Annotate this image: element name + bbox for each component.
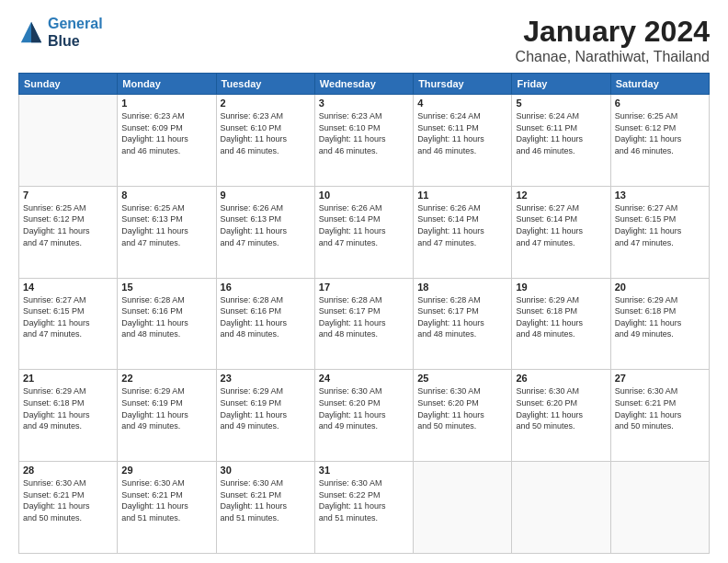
day-number: 15 — [121, 282, 211, 293]
day-info: Sunrise: 6:29 AM Sunset: 6:18 PM Dayligh… — [615, 294, 705, 340]
calendar-header-row: SundayMondayTuesdayWednesdayThursdayFrid… — [19, 74, 710, 95]
day-info: Sunrise: 6:24 AM Sunset: 6:11 PM Dayligh… — [417, 110, 507, 156]
day-info: Sunrise: 6:26 AM Sunset: 6:14 PM Dayligh… — [417, 202, 507, 248]
calendar-week-0: 1Sunrise: 6:23 AM Sunset: 6:09 PM Daylig… — [19, 95, 710, 187]
day-number: 21 — [23, 373, 113, 384]
day-info: Sunrise: 6:28 AM Sunset: 6:16 PM Dayligh… — [221, 294, 311, 340]
sub-title: Chanae, Narathiwat, Thailand — [516, 49, 710, 65]
calendar-cell — [414, 462, 512, 554]
day-info: Sunrise: 6:30 AM Sunset: 6:20 PM Dayligh… — [417, 385, 507, 431]
day-number: 22 — [121, 373, 211, 384]
day-info: Sunrise: 6:26 AM Sunset: 6:14 PM Dayligh… — [319, 202, 409, 248]
calendar-cell: 21Sunrise: 6:29 AM Sunset: 6:18 PM Dayli… — [19, 370, 118, 462]
day-number: 25 — [417, 373, 507, 384]
day-number: 28 — [23, 465, 113, 476]
day-number: 19 — [516, 282, 606, 293]
header: General Blue January 2024 Chanae, Narath… — [18, 15, 710, 65]
day-number: 9 — [221, 190, 311, 201]
day-info: Sunrise: 6:29 AM Sunset: 6:19 PM Dayligh… — [121, 385, 211, 431]
calendar-cell: 10Sunrise: 6:26 AM Sunset: 6:14 PM Dayli… — [314, 186, 413, 278]
calendar-header-tuesday: Tuesday — [216, 74, 314, 95]
calendar-header-saturday: Saturday — [610, 74, 709, 95]
logo-text: General Blue — [48, 15, 103, 50]
calendar-cell: 15Sunrise: 6:28 AM Sunset: 6:16 PM Dayli… — [118, 278, 216, 370]
day-number: 1 — [121, 98, 211, 109]
day-info: Sunrise: 6:27 AM Sunset: 6:14 PM Dayligh… — [516, 202, 606, 248]
calendar-cell: 9Sunrise: 6:26 AM Sunset: 6:13 PM Daylig… — [216, 186, 314, 278]
day-info: Sunrise: 6:23 AM Sunset: 6:10 PM Dayligh… — [221, 110, 311, 156]
calendar-table: SundayMondayTuesdayWednesdayThursdayFrid… — [18, 73, 710, 554]
calendar-header-monday: Monday — [118, 74, 216, 95]
day-number: 27 — [615, 373, 705, 384]
calendar-cell — [512, 462, 610, 554]
day-info: Sunrise: 6:30 AM Sunset: 6:22 PM Dayligh… — [319, 477, 409, 523]
calendar-cell — [19, 95, 118, 187]
day-info: Sunrise: 6:28 AM Sunset: 6:16 PM Dayligh… — [121, 294, 211, 340]
title-block: January 2024 Chanae, Narathiwat, Thailan… — [516, 15, 710, 65]
day-info: Sunrise: 6:30 AM Sunset: 6:20 PM Dayligh… — [319, 385, 409, 431]
calendar-cell: 5Sunrise: 6:24 AM Sunset: 6:11 PM Daylig… — [512, 95, 610, 187]
calendar-cell: 3Sunrise: 6:23 AM Sunset: 6:10 PM Daylig… — [314, 95, 413, 187]
logo-icon — [18, 19, 44, 45]
day-number: 13 — [615, 190, 705, 201]
day-info: Sunrise: 6:30 AM Sunset: 6:21 PM Dayligh… — [121, 477, 211, 523]
calendar-cell: 7Sunrise: 6:25 AM Sunset: 6:12 PM Daylig… — [19, 186, 118, 278]
day-number: 3 — [319, 98, 409, 109]
calendar-cell: 4Sunrise: 6:24 AM Sunset: 6:11 PM Daylig… — [414, 95, 512, 187]
day-number: 30 — [221, 465, 311, 476]
main-title: January 2024 — [516, 15, 710, 49]
calendar-cell: 31Sunrise: 6:30 AM Sunset: 6:22 PM Dayli… — [314, 462, 413, 554]
day-number: 2 — [221, 98, 311, 109]
day-number: 14 — [23, 282, 113, 293]
calendar-cell: 14Sunrise: 6:27 AM Sunset: 6:15 PM Dayli… — [19, 278, 118, 370]
calendar-cell: 20Sunrise: 6:29 AM Sunset: 6:18 PM Dayli… — [610, 278, 709, 370]
calendar-cell: 19Sunrise: 6:29 AM Sunset: 6:18 PM Dayli… — [512, 278, 610, 370]
calendar-cell: 8Sunrise: 6:25 AM Sunset: 6:13 PM Daylig… — [118, 186, 216, 278]
calendar-week-4: 28Sunrise: 6:30 AM Sunset: 6:21 PM Dayli… — [19, 462, 710, 554]
day-number: 31 — [319, 465, 409, 476]
day-number: 6 — [615, 98, 705, 109]
calendar-cell: 22Sunrise: 6:29 AM Sunset: 6:19 PM Dayli… — [118, 370, 216, 462]
calendar-cell: 24Sunrise: 6:30 AM Sunset: 6:20 PM Dayli… — [314, 370, 413, 462]
day-info: Sunrise: 6:27 AM Sunset: 6:15 PM Dayligh… — [615, 202, 705, 248]
calendar-cell: 18Sunrise: 6:28 AM Sunset: 6:17 PM Dayli… — [414, 278, 512, 370]
calendar-cell: 29Sunrise: 6:30 AM Sunset: 6:21 PM Dayli… — [118, 462, 216, 554]
calendar-cell: 11Sunrise: 6:26 AM Sunset: 6:14 PM Dayli… — [414, 186, 512, 278]
day-info: Sunrise: 6:25 AM Sunset: 6:12 PM Dayligh… — [615, 110, 705, 156]
day-number: 17 — [319, 282, 409, 293]
day-number: 24 — [319, 373, 409, 384]
calendar-week-3: 21Sunrise: 6:29 AM Sunset: 6:18 PM Dayli… — [19, 370, 710, 462]
calendar-week-2: 14Sunrise: 6:27 AM Sunset: 6:15 PM Dayli… — [19, 278, 710, 370]
calendar-header-thursday: Thursday — [414, 74, 512, 95]
day-info: Sunrise: 6:30 AM Sunset: 6:20 PM Dayligh… — [516, 385, 606, 431]
calendar-week-1: 7Sunrise: 6:25 AM Sunset: 6:12 PM Daylig… — [19, 186, 710, 278]
day-number: 20 — [615, 282, 705, 293]
calendar-cell: 27Sunrise: 6:30 AM Sunset: 6:21 PM Dayli… — [610, 370, 709, 462]
page: General Blue January 2024 Chanae, Narath… — [0, 0, 728, 563]
calendar-cell: 13Sunrise: 6:27 AM Sunset: 6:15 PM Dayli… — [610, 186, 709, 278]
day-info: Sunrise: 6:30 AM Sunset: 6:21 PM Dayligh… — [23, 477, 113, 523]
calendar-cell: 28Sunrise: 6:30 AM Sunset: 6:21 PM Dayli… — [19, 462, 118, 554]
calendar-header-wednesday: Wednesday — [314, 74, 413, 95]
calendar-cell: 23Sunrise: 6:29 AM Sunset: 6:19 PM Dayli… — [216, 370, 314, 462]
day-number: 4 — [417, 98, 507, 109]
day-number: 10 — [319, 190, 409, 201]
day-info: Sunrise: 6:29 AM Sunset: 6:18 PM Dayligh… — [23, 385, 113, 431]
calendar-cell — [610, 462, 709, 554]
day-info: Sunrise: 6:24 AM Sunset: 6:11 PM Dayligh… — [516, 110, 606, 156]
calendar-cell: 6Sunrise: 6:25 AM Sunset: 6:12 PM Daylig… — [610, 95, 709, 187]
svg-marker-1 — [31, 22, 41, 42]
day-info: Sunrise: 6:30 AM Sunset: 6:21 PM Dayligh… — [221, 477, 311, 523]
calendar-cell: 30Sunrise: 6:30 AM Sunset: 6:21 PM Dayli… — [216, 462, 314, 554]
calendar-cell: 16Sunrise: 6:28 AM Sunset: 6:16 PM Dayli… — [216, 278, 314, 370]
calendar-cell: 26Sunrise: 6:30 AM Sunset: 6:20 PM Dayli… — [512, 370, 610, 462]
day-number: 5 — [516, 98, 606, 109]
day-number: 29 — [121, 465, 211, 476]
day-number: 11 — [417, 190, 507, 201]
day-number: 26 — [516, 373, 606, 384]
calendar-cell: 2Sunrise: 6:23 AM Sunset: 6:10 PM Daylig… — [216, 95, 314, 187]
day-info: Sunrise: 6:26 AM Sunset: 6:13 PM Dayligh… — [221, 202, 311, 248]
logo: General Blue — [18, 15, 103, 50]
day-info: Sunrise: 6:23 AM Sunset: 6:10 PM Dayligh… — [319, 110, 409, 156]
day-number: 16 — [221, 282, 311, 293]
